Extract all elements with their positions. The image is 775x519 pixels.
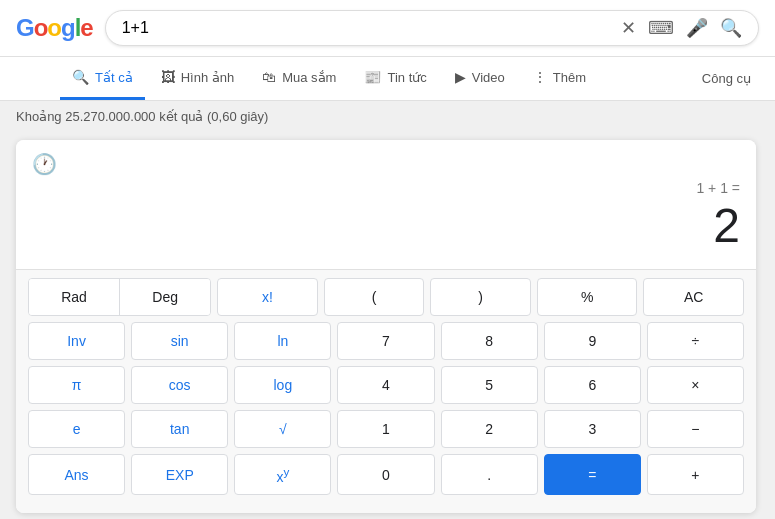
news-tab-icon: 📰 bbox=[364, 69, 381, 85]
shopping-tab-icon: 🛍 bbox=[262, 69, 276, 85]
keypad-row-4: e tan √ 1 2 3 − bbox=[28, 410, 744, 448]
history-icon[interactable]: 🕐 bbox=[32, 153, 57, 175]
keyboard-icon[interactable]: ⌨ bbox=[648, 17, 674, 39]
video-tab-icon: ▶ bbox=[455, 69, 466, 85]
calc-expression: 1 + 1 = bbox=[32, 176, 740, 200]
zero-button[interactable]: 0 bbox=[337, 454, 434, 496]
tab-images[interactable]: 🖼 Hình ảnh bbox=[149, 57, 247, 100]
factorial-button[interactable]: x! bbox=[217, 278, 318, 316]
sqrt-button[interactable]: √ bbox=[234, 410, 331, 448]
tab-all-label: Tất cả bbox=[95, 70, 133, 85]
mode-group: Rad Deg bbox=[28, 278, 211, 316]
search-icon[interactable]: 🔍 bbox=[720, 17, 742, 39]
clear-icon[interactable]: ✕ bbox=[621, 17, 636, 39]
tan-button[interactable]: tan bbox=[131, 410, 228, 448]
multiply-button[interactable]: × bbox=[647, 366, 744, 404]
cos-button[interactable]: cos bbox=[131, 366, 228, 404]
tab-images-label: Hình ảnh bbox=[181, 70, 235, 85]
tab-news[interactable]: 📰 Tin tức bbox=[352, 57, 438, 100]
images-tab-icon: 🖼 bbox=[161, 69, 175, 85]
keypad-row-5: Ans EXP xy 0 . = + bbox=[28, 454, 744, 496]
tab-video[interactable]: ▶ Video bbox=[443, 57, 517, 100]
subtract-button[interactable]: − bbox=[647, 410, 744, 448]
add-button[interactable]: + bbox=[647, 454, 744, 496]
e-button[interactable]: e bbox=[28, 410, 125, 448]
open-paren-button[interactable]: ( bbox=[324, 278, 425, 316]
results-count: Khoảng 25.270.000.000 kết quả (0,60 giây… bbox=[16, 109, 268, 124]
search-bar: ✕ ⌨ 🎤 🔍 bbox=[105, 10, 759, 46]
equals-button[interactable]: = bbox=[544, 454, 641, 496]
log-button[interactable]: log bbox=[234, 366, 331, 404]
search-tab-icon: 🔍 bbox=[72, 69, 89, 85]
calculator: 🕐 1 + 1 = 2 Rad Deg x! ( ) % AC Inv sin … bbox=[16, 140, 756, 513]
tab-news-label: Tin tức bbox=[387, 70, 426, 85]
search-input[interactable] bbox=[122, 19, 613, 37]
ans-button[interactable]: Ans bbox=[28, 454, 125, 496]
more-tab-icon: ⋮ bbox=[533, 69, 547, 85]
pi-button[interactable]: π bbox=[28, 366, 125, 404]
two-button[interactable]: 2 bbox=[441, 410, 538, 448]
results-info: Khoảng 25.270.000.000 kết quả (0,60 giây… bbox=[0, 101, 775, 132]
nav-tabs: 🔍 Tất cả 🖼 Hình ảnh 🛍 Mua sắm 📰 Tin tức … bbox=[0, 57, 775, 101]
tab-shopping-label: Mua sắm bbox=[282, 70, 336, 85]
five-button[interactable]: 5 bbox=[441, 366, 538, 404]
tools-button[interactable]: Công cụ bbox=[694, 59, 759, 98]
keypad-row-2: Inv sin ln 7 8 9 ÷ bbox=[28, 322, 744, 360]
six-button[interactable]: 6 bbox=[544, 366, 641, 404]
calc-result: 2 bbox=[32, 200, 740, 261]
rad-button[interactable]: Rad bbox=[29, 279, 119, 315]
exp-button[interactable]: EXP bbox=[131, 454, 228, 496]
seven-button[interactable]: 7 bbox=[337, 322, 434, 360]
calc-keypad: Rad Deg x! ( ) % AC Inv sin ln 7 8 9 ÷ π… bbox=[16, 269, 756, 514]
tab-video-label: Video bbox=[472, 70, 505, 85]
nine-button[interactable]: 9 bbox=[544, 322, 641, 360]
eight-button[interactable]: 8 bbox=[441, 322, 538, 360]
power-button[interactable]: xy bbox=[234, 454, 331, 496]
keypad-row-3: π cos log 4 5 6 × bbox=[28, 366, 744, 404]
one-button[interactable]: 1 bbox=[337, 410, 434, 448]
tab-shopping[interactable]: 🛍 Mua sắm bbox=[250, 57, 348, 100]
four-button[interactable]: 4 bbox=[337, 366, 434, 404]
close-paren-button[interactable]: ) bbox=[430, 278, 531, 316]
voice-icon[interactable]: 🎤 bbox=[686, 17, 708, 39]
google-logo[interactable]: Google bbox=[16, 14, 93, 42]
calc-display: 🕐 1 + 1 = 2 bbox=[16, 140, 756, 269]
tab-more[interactable]: ⋮ Thêm bbox=[521, 57, 598, 100]
tab-more-label: Thêm bbox=[553, 70, 586, 85]
divide-button[interactable]: ÷ bbox=[647, 322, 744, 360]
ln-button[interactable]: ln bbox=[234, 322, 331, 360]
header: Google ✕ ⌨ 🎤 🔍 bbox=[0, 0, 775, 57]
decimal-button[interactable]: . bbox=[441, 454, 538, 496]
sin-button[interactable]: sin bbox=[131, 322, 228, 360]
ac-button[interactable]: AC bbox=[643, 278, 744, 316]
keypad-row-1: Rad Deg x! ( ) % AC bbox=[28, 278, 744, 316]
search-icons: ✕ ⌨ 🎤 🔍 bbox=[621, 17, 742, 39]
three-button[interactable]: 3 bbox=[544, 410, 641, 448]
percent-button[interactable]: % bbox=[537, 278, 638, 316]
deg-button[interactable]: Deg bbox=[120, 279, 210, 315]
inv-button[interactable]: Inv bbox=[28, 322, 125, 360]
tab-all[interactable]: 🔍 Tất cả bbox=[60, 57, 145, 100]
